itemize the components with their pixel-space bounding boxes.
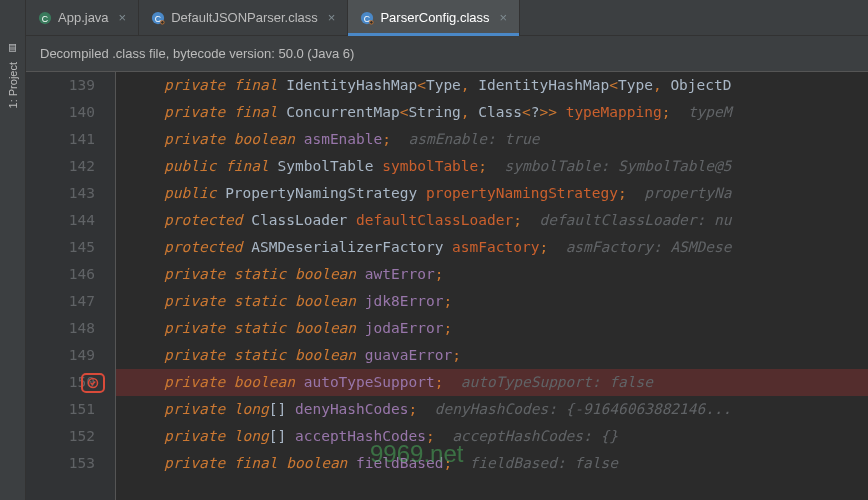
token-kw: private [164,293,225,309]
token-kw: static [234,293,286,309]
svg-text:C: C [364,13,370,23]
close-icon[interactable]: × [119,10,127,25]
tab-label: ParserConfig.class [380,10,489,25]
token-punct: ; [662,104,671,120]
token-kw: private [164,131,225,147]
svg-point-7 [370,20,374,24]
token-field: propertyNamingStrategy [426,185,618,201]
svg-point-4 [161,20,165,24]
tool-window-rail[interactable]: ▤ 1: Project [0,0,26,500]
tab-label: App.java [58,10,109,25]
close-icon[interactable]: × [328,10,336,25]
token-field: symbolTable [382,158,478,174]
breakpoint-icon[interactable] [81,373,105,393]
token-type: ASMDeserializerFactory [251,239,443,255]
token-hint: asmFactory: ASMDese [566,239,732,255]
line-number[interactable]: 150 [26,369,95,396]
token-kw: boolean [286,455,347,471]
code-line[interactable]: public final SymbolTable symbolTable; sy… [116,153,868,180]
token-type: ConcurrentMap [286,104,400,120]
line-number[interactable]: 148 [26,315,95,342]
token-field: typeMapping [566,104,662,120]
token-punct: ; [452,347,461,363]
token-punct: ; [443,320,452,336]
line-number[interactable]: 141 [26,126,95,153]
token-kw: private [164,374,225,390]
token-ident: autoTypeSupport [304,374,435,390]
token-punct: ; [435,266,444,282]
token-kw: long [234,428,269,444]
code-line[interactable]: public PropertyNamingStrategy propertyNa… [116,180,868,207]
project-tool-label: 1: Project [7,62,19,108]
line-number[interactable]: 140 [26,99,95,126]
line-number[interactable]: 146 [26,261,95,288]
token-type: IdentityHashMap [478,77,609,93]
code-line[interactable]: protected ClassLoader defaultClassLoader… [116,207,868,234]
code-line[interactable]: private final boolean fieldBased; fieldB… [116,450,868,477]
editor-tab-2[interactable]: CParserConfig.class× [348,0,520,35]
token-kw: static [234,320,286,336]
token-kw: static [234,266,286,282]
code-line[interactable]: private long[] acceptHashCodes; acceptHa… [116,423,868,450]
token-kw: boolean [295,266,356,282]
code-line[interactable]: private static boolean guavaError; [116,342,868,369]
token-kw: private [164,77,225,93]
token-kw: protected [164,239,243,255]
token-type: SymbolTable [278,158,374,174]
token-kw: private [164,320,225,336]
code-area[interactable]: private final IdentityHashMap<Type, Iden… [116,72,868,500]
line-number[interactable]: 142 [26,153,95,180]
token-punct: , [653,77,662,93]
code-line[interactable]: private boolean asmEnable; asmEnable: tr… [116,126,868,153]
token-kw: static [234,347,286,363]
token-ident: awtError [365,266,435,282]
line-number[interactable]: 139 [26,72,95,99]
class-file-icon: C [151,11,165,25]
tab-label: DefaultJSONParser.class [171,10,318,25]
token-kw: boolean [295,347,356,363]
token-ident: guavaError [365,347,452,363]
line-gutter[interactable]: 1391401411421431441451461471481491501511… [26,72,116,500]
line-number[interactable]: 147 [26,288,95,315]
editor-tab-0[interactable]: CApp.java× [26,0,139,35]
token-ident: acceptHashCodes [295,428,426,444]
code-line[interactable]: private static boolean jdk8Error; [116,288,868,315]
editor-tab-1[interactable]: CDefaultJSONParser.class× [139,0,348,35]
token-hint: typeM [688,104,732,120]
token-punct: , [461,77,470,93]
code-line[interactable]: private static boolean jodaError; [116,315,868,342]
code-line[interactable]: private static boolean awtError; [116,261,868,288]
token-type: Class [478,104,522,120]
token-type: [] [269,401,286,417]
line-number[interactable]: 153 [26,450,95,477]
line-number[interactable]: 143 [26,180,95,207]
line-number[interactable]: 149 [26,342,95,369]
line-number[interactable]: 151 [26,396,95,423]
line-number[interactable]: 144 [26,207,95,234]
token-kw: private [164,455,225,471]
code-line[interactable]: private boolean autoTypeSupport; autoTyp… [116,369,868,396]
code-line[interactable]: protected ASMDeserializerFactory asmFact… [116,234,868,261]
token-type: Type [426,77,461,93]
line-number[interactable]: 145 [26,234,95,261]
code-line[interactable]: private final IdentityHashMap<Type, Iden… [116,72,868,99]
token-hint: fieldBased: false [470,455,618,471]
token-punct: , [461,104,470,120]
token-kw: final [234,104,278,120]
token-punct: ; [618,185,627,201]
svg-text:C: C [42,13,48,23]
token-punct: ; [513,212,522,228]
token-kw: boolean [234,131,295,147]
token-ident: jdk8Error [365,293,444,309]
token-kw: private [164,104,225,120]
token-kw: boolean [295,293,356,309]
code-line[interactable]: private final ConcurrentMap<String, Clas… [116,99,868,126]
token-hint: denyHashCodes: {-91646063882146... [435,401,732,417]
token-punct: ; [382,131,391,147]
editor-main: CApp.java×CDefaultJSONParser.class×CPars… [26,0,868,500]
code-editor[interactable]: 1391401411421431441451461471481491501511… [26,72,868,500]
code-line[interactable]: private long[] denyHashCodes; denyHashCo… [116,396,868,423]
close-icon[interactable]: × [500,10,508,25]
line-number[interactable]: 152 [26,423,95,450]
token-field: defaultClassLoader [356,212,513,228]
